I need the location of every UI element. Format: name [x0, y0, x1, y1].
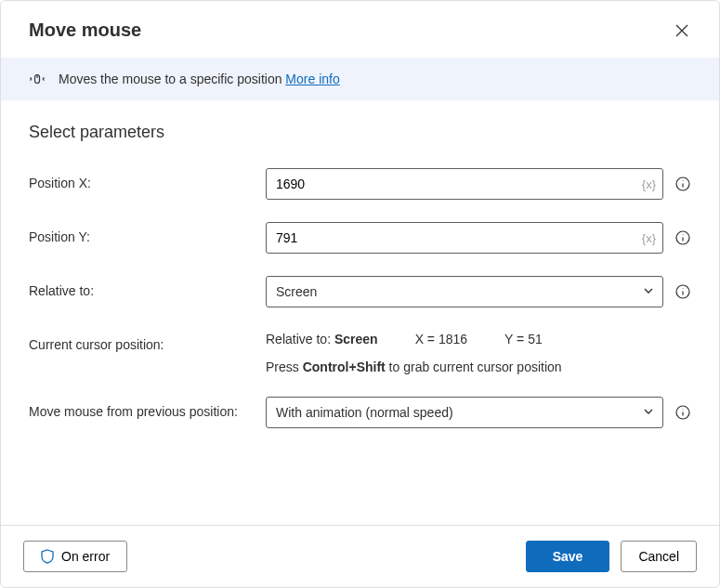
- info-icon[interactable]: [674, 404, 691, 421]
- move-from-label: Move mouse from previous position:: [29, 397, 266, 419]
- position-y-label: Position Y:: [29, 222, 266, 244]
- close-icon: [675, 24, 688, 37]
- cancel-button[interactable]: Cancel: [621, 541, 697, 572]
- cursor-position-readout: Relative to: Screen X = 1816 Y = 51: [266, 332, 691, 346]
- info-icon[interactable]: [674, 229, 691, 246]
- shield-icon: [41, 549, 54, 564]
- cursor-hint: Press Control+Shift to grab current curs…: [266, 359, 691, 374]
- info-banner: Moves the mouse to a specific position M…: [1, 58, 719, 100]
- dialog-title: Move mouse: [29, 20, 141, 41]
- on-error-button[interactable]: On error: [23, 541, 127, 572]
- more-info-link[interactable]: More info: [285, 72, 339, 86]
- mouse-action-icon: [29, 71, 46, 87]
- relative-to-select[interactable]: Screen: [266, 276, 663, 307]
- position-x-input[interactable]: [266, 168, 663, 200]
- info-icon[interactable]: [674, 176, 691, 192]
- position-y-input[interactable]: [266, 222, 663, 254]
- save-button[interactable]: Save: [526, 541, 610, 572]
- relative-to-label: Relative to:: [29, 276, 266, 298]
- position-x-label: Position X:: [29, 168, 266, 190]
- current-cursor-label: Current cursor position:: [29, 330, 266, 352]
- banner-text: Moves the mouse to a specific position M…: [59, 72, 340, 86]
- info-icon[interactable]: [674, 283, 691, 300]
- section-title: Select parameters: [29, 123, 691, 142]
- close-button[interactable]: [673, 21, 691, 40]
- move-from-select[interactable]: With animation (normal speed): [266, 397, 663, 428]
